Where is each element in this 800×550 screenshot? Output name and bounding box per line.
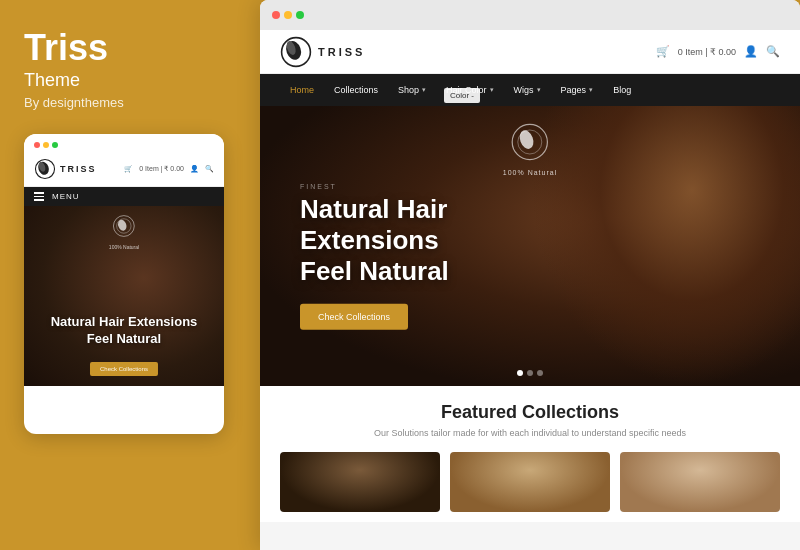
mobile-top-bar [24, 134, 224, 152]
mobile-search-icon: 🔍 [205, 165, 214, 173]
featured-card-1[interactable] [280, 452, 440, 512]
hamburger-icon [34, 192, 44, 201]
mobile-badge-icon [112, 214, 136, 238]
browser-chrome [260, 0, 800, 30]
nav-arrow-pages: ▾ [589, 86, 593, 94]
hero-badge: 100% Natural [503, 122, 557, 176]
browser-window-dots [272, 11, 304, 19]
hamburger-line-3 [34, 199, 44, 201]
site-header: TRISS 🛒 0 Item | ₹ 0.00 👤 🔍 [260, 30, 800, 74]
hero-badge-label: 100% Natural [503, 169, 557, 176]
hero-content: FINEST Natural Hair Extensions Feel Natu… [300, 183, 580, 330]
color-tag: Color - [444, 88, 480, 103]
nav-item-pages[interactable]: Pages ▾ [551, 74, 604, 106]
hero-heading-line1: Natural Hair Extensions [300, 194, 580, 256]
featured-grid [280, 452, 780, 512]
hamburger-line-2 [34, 196, 44, 198]
featured-section: Featured Collections Our Solutions tailo… [260, 386, 800, 522]
browser-dot-yellow [284, 11, 292, 19]
mobile-menu-label: MENU [52, 192, 80, 201]
hero-dot-1[interactable] [517, 370, 523, 376]
mobile-logo-text: TRISS [60, 164, 97, 174]
featured-title: Featured Collections [280, 402, 780, 423]
mobile-cta-button[interactable]: Check Collections [90, 362, 158, 376]
hero-dot-2[interactable] [527, 370, 533, 376]
cart-text: 0 Item | ₹ 0.00 [678, 47, 736, 57]
cart-icon[interactable]: 🛒 [656, 45, 670, 58]
featured-subtitle: Our Solutions tailor made for with each … [280, 427, 780, 440]
hero-heading-line2: Feel Natural [300, 256, 580, 287]
mobile-cart-info: 🛒 0 Item | ₹ 0.00 👤 🔍 [124, 165, 214, 173]
mobile-badge-text: 100% Natural [109, 244, 139, 250]
hero-carousel-dots [517, 370, 543, 376]
browser-dot-green [296, 11, 304, 19]
mobile-header: TRISS 🛒 0 Item | ₹ 0.00 👤 🔍 [24, 152, 224, 187]
mobile-logo-area: TRISS [34, 158, 97, 180]
nav-item-shop[interactable]: Shop ▾ [388, 74, 436, 106]
mobile-hero-title: Natural Hair Extensions Feel Natural [44, 314, 204, 348]
mobile-user-icon: 👤 [190, 165, 199, 173]
nav-item-blog[interactable]: Blog [603, 74, 641, 106]
hero-heading: Natural Hair Extensions Feel Natural [300, 194, 580, 288]
mobile-logo-icon [34, 158, 56, 180]
mobile-hero-badge: 100% Natural [109, 214, 139, 250]
mobile-menu-bar[interactable]: MENU [24, 187, 224, 206]
mobile-dot-yellow [43, 142, 49, 148]
featured-card-3[interactable] [620, 452, 780, 512]
site-logo-area[interactable]: TRISS [280, 36, 365, 68]
mobile-hero: 100% Natural Natural Hair Extensions Fee… [24, 206, 224, 386]
mobile-window-dots [34, 142, 58, 148]
site-header-right: 🛒 0 Item | ₹ 0.00 👤 🔍 [656, 45, 780, 58]
site-hero: 100% Natural FINEST Natural Hair Extensi… [260, 106, 800, 386]
brand-by: By designthemes [24, 95, 224, 110]
hero-cta-button[interactable]: Check Collections [300, 303, 408, 329]
nav-item-wigs[interactable]: Wigs ▾ [504, 74, 551, 106]
left-panel: Triss Theme By designthemes TRISS [0, 0, 248, 550]
nav-item-home[interactable]: Home [280, 74, 324, 106]
svg-point-5 [117, 219, 128, 232]
nav-arrow-wigs: ▾ [537, 86, 541, 94]
browser-dot-red [272, 11, 280, 19]
user-icon[interactable]: 👤 [744, 45, 758, 58]
site-logo-text: TRISS [318, 46, 365, 58]
mobile-dot-red [34, 142, 40, 148]
mobile-hero-heading: Natural Hair Extensions Feel Natural [44, 314, 204, 348]
nav-arrow-shop: ▾ [422, 86, 426, 94]
brand-title: Triss [24, 30, 224, 66]
featured-card-2[interactable] [450, 452, 610, 512]
site-wrapper: TRISS 🛒 0 Item | ₹ 0.00 👤 🔍 Home Collect… [260, 30, 800, 550]
site-logo-icon [280, 36, 312, 68]
hero-dot-3[interactable] [537, 370, 543, 376]
search-icon[interactable]: 🔍 [766, 45, 780, 58]
browser-mockup: TRISS 🛒 0 Item | ₹ 0.00 👤 🔍 Home Collect… [260, 0, 800, 550]
site-nav: Home Collections Shop ▾ Hair Color ▾ Wig… [260, 74, 800, 106]
mobile-cart-icon: 🛒 [124, 165, 133, 173]
hero-small-text: FINEST [300, 183, 580, 190]
mobile-mockup: TRISS 🛒 0 Item | ₹ 0.00 👤 🔍 MENU [24, 134, 224, 434]
nav-item-collections[interactable]: Collections [324, 74, 388, 106]
hero-badge-ring-icon [510, 122, 550, 162]
mobile-dot-green [52, 142, 58, 148]
nav-arrow-hair-color: ▾ [490, 86, 494, 94]
svg-point-11 [517, 128, 536, 150]
brand-subtitle: Theme [24, 70, 224, 91]
hamburger-line-1 [34, 192, 44, 194]
